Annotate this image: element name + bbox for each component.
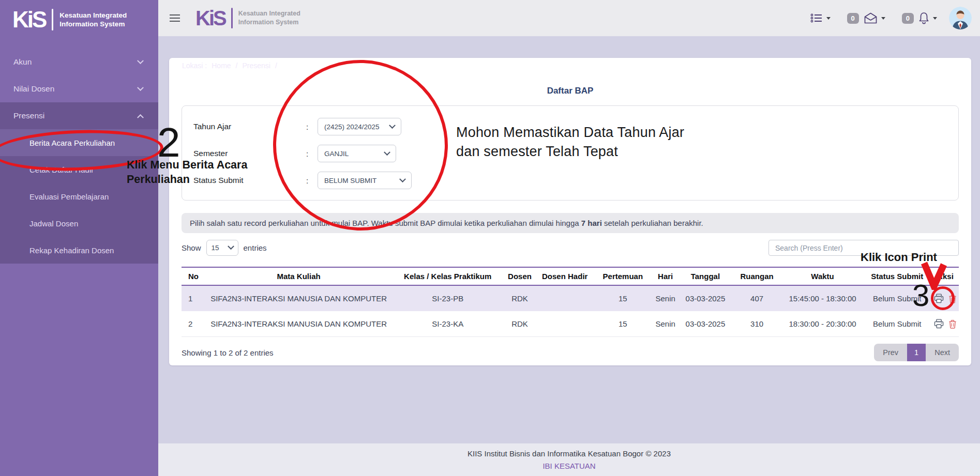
- col-header-dosen[interactable]: Dosen: [504, 267, 535, 285]
- page-1-button[interactable]: 1: [907, 344, 926, 361]
- notifications-menu[interactable]: [918, 12, 937, 24]
- sidebar-item-jadwal-dosen[interactable]: Jadwal Dosen: [0, 210, 158, 237]
- print-icon: [934, 319, 944, 329]
- col-header-tanggal[interactable]: Tanggal: [680, 267, 731, 285]
- main-area: Lokasi : Home / Presensi / Berita Acara …: [158, 36, 980, 443]
- content-card: Lokasi : Home / Presensi / Berita Acara …: [169, 58, 971, 365]
- user-avatar[interactable]: [949, 7, 972, 29]
- sidebar-item-berita-acara-perkuliahan[interactable]: Berita Acara Perkuliahan: [0, 129, 158, 156]
- logo-divider: [52, 9, 53, 30]
- breadcrumb: Lokasi : Home / Presensi / Berita Acara …: [169, 58, 971, 73]
- table-row[interactable]: 2 SIFA2N3-INTERAKSI MANUSIA DAN KOMPUTER…: [182, 311, 959, 337]
- entries-label: entries: [244, 243, 267, 252]
- messages-menu[interactable]: [864, 12, 885, 24]
- delete-button[interactable]: [948, 319, 957, 329]
- table-header-row: No Mata Kuliah Kelas / Kelas Praktikum D…: [182, 267, 959, 285]
- next-page-button[interactable]: Next: [926, 344, 959, 361]
- breadcrumb-separator: /: [275, 62, 277, 70]
- print-button[interactable]: [934, 294, 944, 303]
- col-header-waktu[interactable]: Waktu: [782, 267, 862, 285]
- footer-link[interactable]: IBI KESATUAN: [158, 462, 980, 470]
- col-header-status-submit[interactable]: Status Submit: [863, 267, 932, 285]
- table-controls: Show 15 entries: [182, 240, 959, 256]
- breadcrumb-separator: /: [236, 62, 238, 70]
- caret-down-icon: [826, 17, 831, 20]
- semester-label: Semester: [193, 149, 306, 158]
- task-list-menu[interactable]: [810, 13, 831, 23]
- chevron-down-icon: [137, 84, 144, 91]
- sidebar-item-nilai-dosen[interactable]: Nilai Dosen: [0, 75, 158, 102]
- col-header-hari[interactable]: Hari: [651, 267, 680, 285]
- table-row[interactable]: 1 SIFA2N3-INTERAKSI MANUSIA DAN KOMPUTER…: [182, 285, 959, 311]
- filter-panel: Tahun Ajar : (2425) 2024/2025 Semester :…: [182, 105, 959, 201]
- trash-icon: [948, 294, 957, 303]
- chevron-down-icon: [228, 243, 234, 250]
- show-label: Show: [182, 243, 201, 252]
- caret-down-icon: [933, 17, 937, 20]
- print-button[interactable]: [934, 319, 944, 329]
- caret-down-icon: [881, 17, 885, 20]
- col-header-aksi[interactable]: Aksi: [932, 267, 959, 285]
- status-badge: Belum Submit: [863, 285, 932, 311]
- info-message: Pilih salah satu record perkuliahan untu…: [182, 213, 959, 233]
- col-header-pertemuan[interactable]: Pertemuan: [594, 267, 651, 285]
- search-input[interactable]: [768, 240, 959, 256]
- notifications-count-badge: 0: [902, 13, 914, 24]
- breadcrumb-prefix: Lokasi :: [182, 62, 207, 70]
- sidebar-menu: Akun Nilai Dosen Presensi Berita Acara P…: [0, 49, 158, 264]
- semester-select[interactable]: GANJIL: [318, 145, 396, 162]
- task-list-icon: [810, 13, 823, 23]
- col-header-ruangan[interactable]: Ruangan: [731, 267, 783, 285]
- envelope-icon: [864, 12, 878, 24]
- menu-toggle-icon[interactable]: [170, 12, 180, 24]
- breadcrumb-home[interactable]: Home: [212, 62, 231, 70]
- tahun-ajar-select[interactable]: (2425) 2024/2025: [318, 118, 401, 135]
- messages-count-badge: 0: [847, 13, 859, 24]
- top-header: KiS Kesatuan Integrated Information Syst…: [158, 0, 980, 36]
- sidebar-logo: KiS Kesatuan Integrated Information Syst…: [0, 0, 158, 38]
- sidebar-item-cetak-daftar-hadir[interactable]: Cetak Daftar Hadir: [0, 156, 158, 183]
- bell-icon: [918, 12, 929, 24]
- col-header-mata-kuliah[interactable]: Mata Kuliah: [206, 267, 391, 285]
- sidebar: KiS Kesatuan Integrated Information Syst…: [0, 0, 158, 476]
- trash-icon: [948, 319, 957, 329]
- header-logo: KiS Kesatuan Integrated Information Syst…: [195, 8, 300, 28]
- logo-divider: [231, 8, 233, 28]
- kis-logo: KiS: [195, 8, 225, 28]
- chevron-down-icon: [384, 149, 390, 156]
- chevron-up-icon: [137, 114, 144, 120]
- prev-page-button[interactable]: Prev: [874, 344, 907, 361]
- chevron-down-icon: [389, 122, 396, 129]
- chevron-down-icon: [399, 176, 406, 182]
- chevron-down-icon: [137, 57, 144, 64]
- status-submit-label: Status Submit: [193, 176, 306, 185]
- logo-subtitle: Kesatuan Integrated Information System: [59, 11, 127, 28]
- sidebar-item-akun[interactable]: Akun: [0, 49, 158, 75]
- logo-subtitle: Kesatuan Integrated Information System: [238, 9, 300, 27]
- kis-logo: KiS: [12, 8, 46, 31]
- col-header-kelas[interactable]: Kelas / Kelas Praktikum: [391, 267, 504, 285]
- sidebar-group-presensi: Presensi Berita Acara Perkuliahan Cetak …: [0, 102, 158, 264]
- tahun-ajar-label: Tahun Ajar: [193, 122, 306, 131]
- sidebar-item-presensi[interactable]: Presensi: [0, 102, 158, 129]
- status-submit-select[interactable]: BELUM SUBMIT: [318, 172, 412, 189]
- avatar-person-icon: [949, 7, 972, 29]
- sidebar-item-rekap-kehadiran-dosen[interactable]: Rekap Kehadiran Dosen: [0, 237, 158, 264]
- col-header-dosen-hadir[interactable]: Dosen Hadir: [535, 267, 594, 285]
- delete-button[interactable]: [948, 294, 957, 303]
- bap-table: No Mata Kuliah Kelas / Kelas Praktikum D…: [182, 267, 959, 337]
- footer: KIIS Institut Bisnis dan Informatika Kes…: [158, 443, 980, 476]
- breadcrumb-current: Berita Acara Perkuliahan: [282, 62, 367, 70]
- print-icon: [934, 294, 944, 303]
- breadcrumb-presensi[interactable]: Presensi: [243, 62, 270, 70]
- entries-summary: Showing 1 to 2 of 2 entries: [182, 348, 274, 357]
- page-size-select[interactable]: 15: [206, 240, 238, 256]
- page-title: Daftar BAP: [182, 86, 959, 96]
- col-header-no[interactable]: No: [182, 267, 206, 285]
- status-badge: Belum Submit: [863, 311, 932, 337]
- footer-copyright: KIIS Institut Bisnis dan Informatika Kes…: [158, 449, 980, 458]
- sidebar-item-evaluasi-pembelajaran[interactable]: Evaluasi Pembelajaran: [0, 183, 158, 210]
- pagination: Prev 1 Next: [874, 344, 959, 361]
